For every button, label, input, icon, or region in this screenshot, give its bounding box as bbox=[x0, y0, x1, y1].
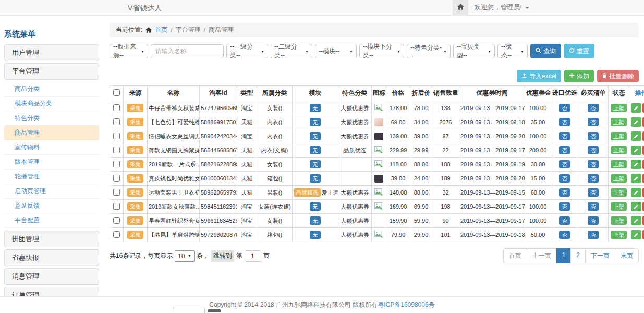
must-buy-badge[interactable]: 否 bbox=[588, 160, 599, 168]
import-select-badge[interactable]: 否 bbox=[559, 146, 570, 154]
pager-button[interactable]: 首页 bbox=[503, 248, 527, 263]
pager-button[interactable]: 2 bbox=[570, 248, 586, 263]
edit-button[interactable] bbox=[631, 216, 641, 225]
icp-link[interactable]: 粤ICP备16098006号 bbox=[378, 300, 434, 309]
edit-button[interactable] bbox=[631, 131, 641, 141]
sidebar-section[interactable]: 消息管理 bbox=[4, 268, 99, 285]
product-category: 内衣(文胸) bbox=[257, 143, 293, 158]
row-checkbox[interactable] bbox=[113, 118, 120, 125]
pager-button[interactable]: 上一页 bbox=[527, 248, 557, 263]
status-badge[interactable]: 上架 bbox=[611, 146, 627, 154]
edit-button[interactable] bbox=[631, 146, 641, 155]
filter-select[interactable]: --二级分类--▼ bbox=[271, 44, 312, 58]
add-button[interactable]: 添加 bbox=[564, 70, 594, 82]
sidebar-item[interactable]: 版本管理 bbox=[4, 155, 99, 170]
filter-select[interactable]: --特色分类--▼ bbox=[407, 44, 451, 58]
sidebar-item[interactable]: 特色分类 bbox=[4, 111, 99, 126]
sidebar-item[interactable]: 模块商品分类 bbox=[4, 97, 99, 111]
filter-select[interactable]: --宝贝类型--▼ bbox=[453, 44, 495, 58]
status-badge[interactable]: 上架 bbox=[611, 202, 627, 211]
sidebar-section-platform[interactable]: 平台管理 bbox=[4, 63, 99, 80]
import-select-badge[interactable]: 否 bbox=[559, 174, 570, 183]
edit-button[interactable] bbox=[631, 202, 641, 211]
pager-button[interactable]: 下一页 bbox=[585, 248, 615, 263]
filter-select[interactable]: --状态--▼ bbox=[497, 44, 528, 58]
status-badge[interactable]: 上架 bbox=[611, 132, 627, 140]
edit-button[interactable] bbox=[631, 174, 641, 183]
horizontal-scrollbar[interactable] bbox=[208, 309, 221, 312]
import-select-badge[interactable]: 否 bbox=[559, 231, 570, 239]
batch-delete-button[interactable]: 批量删除 bbox=[597, 70, 639, 82]
reset-button[interactable]: 重置 bbox=[564, 44, 594, 58]
import-select-badge[interactable]: 否 bbox=[559, 160, 570, 168]
status-badge[interactable]: 上架 bbox=[611, 174, 627, 183]
must-buy-badge[interactable]: 否 bbox=[588, 188, 599, 197]
row-checkbox[interactable] bbox=[113, 203, 120, 210]
must-buy-badge[interactable]: 否 bbox=[588, 146, 599, 154]
import-select-badge[interactable]: 否 bbox=[559, 188, 570, 197]
edit-button[interactable] bbox=[631, 117, 641, 127]
pager-button[interactable]: 末页 bbox=[615, 248, 639, 263]
filter-select[interactable]: --一级分类--▼ bbox=[226, 44, 268, 58]
edit-icon bbox=[634, 203, 639, 211]
sidebar-item[interactable]: 启动页管理 bbox=[4, 184, 99, 199]
must-buy-badge[interactable]: 否 bbox=[588, 202, 599, 211]
import-select-badge[interactable]: 否 bbox=[559, 216, 570, 225]
row-checkbox[interactable] bbox=[113, 133, 120, 139]
page-number-input[interactable] bbox=[245, 250, 261, 262]
status-badge[interactable]: 上架 bbox=[611, 188, 627, 197]
import-select-badge[interactable]: 否 bbox=[559, 202, 570, 211]
pager-button[interactable]: 1 bbox=[556, 248, 572, 263]
must-buy-badge[interactable]: 否 bbox=[588, 231, 599, 239]
filter-select[interactable]: --模块--▼ bbox=[315, 44, 357, 58]
sidebar-section[interactable]: 订单管理 bbox=[4, 287, 99, 296]
must-buy-badge[interactable]: 否 bbox=[588, 216, 599, 225]
sidebar-item[interactable]: 平台配置 bbox=[4, 213, 99, 228]
breadcrumb-home-link[interactable]: 首页 bbox=[155, 26, 167, 34]
import-select-badge[interactable]: 否 bbox=[559, 104, 570, 112]
select-all-checkbox[interactable] bbox=[113, 89, 120, 96]
sidebar-item[interactable]: 轮播管理 bbox=[4, 170, 99, 184]
row-checkbox[interactable] bbox=[113, 231, 120, 238]
jump-button[interactable]: 跳转到 bbox=[211, 250, 234, 262]
user-menu[interactable]: 欢迎您，管理员! bbox=[468, 0, 536, 15]
sidebar-section-users[interactable]: 用户管理 bbox=[4, 44, 99, 61]
row-checkbox[interactable] bbox=[113, 161, 120, 167]
filter-select[interactable]: --数据来源--▼ bbox=[110, 44, 148, 58]
home-nav-button[interactable] bbox=[453, 0, 468, 15]
filter-select[interactable]: --模块下分类--▼ bbox=[359, 44, 404, 58]
import-excel-button[interactable]: 导入excel bbox=[517, 70, 561, 82]
status-badge[interactable]: 上架 bbox=[611, 216, 627, 225]
edit-button[interactable] bbox=[631, 230, 641, 239]
row-checkbox[interactable] bbox=[113, 175, 120, 182]
row-checkbox[interactable] bbox=[113, 104, 120, 111]
status-badge[interactable]: 上架 bbox=[611, 231, 627, 239]
product-category: 内衣() bbox=[257, 115, 293, 129]
row-checkbox[interactable] bbox=[113, 217, 120, 224]
sidebar-section[interactable]: 省惠快报 bbox=[4, 249, 99, 266]
edit-button[interactable] bbox=[631, 103, 641, 113]
row-checkbox[interactable] bbox=[113, 189, 120, 196]
sidebar-item[interactable]: 商品分类 bbox=[4, 82, 99, 97]
must-buy-badge[interactable]: 否 bbox=[588, 174, 599, 183]
edit-button[interactable] bbox=[631, 160, 641, 169]
search-button[interactable]: 查询 bbox=[530, 44, 561, 58]
sidebar-section[interactable]: 拼团管理 bbox=[4, 231, 99, 247]
edit-button[interactable] bbox=[631, 188, 641, 197]
must-buy-badge[interactable]: 否 bbox=[588, 104, 599, 112]
per-page-select[interactable]: 10 ▼ bbox=[175, 250, 194, 262]
sidebar-item[interactable]: 宣传物料 bbox=[4, 140, 99, 155]
must-buy-badge[interactable]: 否 bbox=[588, 132, 599, 140]
feature-category bbox=[338, 158, 372, 172]
row-checkbox[interactable] bbox=[113, 147, 120, 153]
coupon-time: 2019-09-13—2019-09-17 bbox=[459, 101, 525, 115]
sidebar-item[interactable]: 商品管理 bbox=[4, 126, 99, 140]
status-badge[interactable]: 上架 bbox=[611, 160, 627, 168]
status-badge[interactable]: 上架 bbox=[611, 118, 627, 126]
sidebar-item[interactable]: 意见反馈 bbox=[4, 199, 99, 213]
import-select-badge[interactable]: 否 bbox=[559, 118, 570, 126]
name-search-input[interactable] bbox=[151, 44, 224, 58]
status-badge[interactable]: 上架 bbox=[611, 104, 627, 112]
import-select-badge[interactable]: 否 bbox=[559, 132, 570, 140]
must-buy-badge[interactable]: 否 bbox=[588, 118, 599, 126]
